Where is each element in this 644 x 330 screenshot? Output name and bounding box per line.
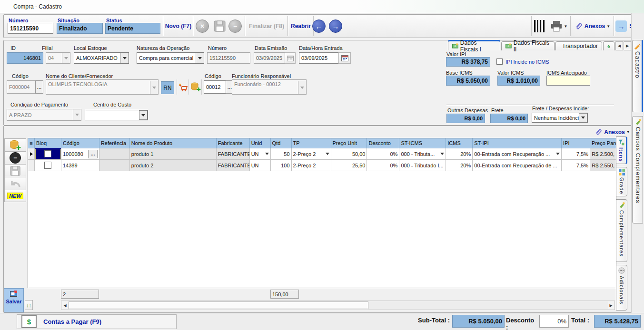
desconto-cell[interactable]: 0% [367,148,399,160]
icms-cell[interactable]: 20% [446,148,473,160]
col-st-icms[interactable]: ST-ICMS [399,138,446,148]
centro-custo-combo[interactable] [85,110,148,120]
ipi-cell[interactable]: 7,5% [562,160,590,171]
data-emissao-calendar-button[interactable] [285,52,296,64]
sort-rows-button[interactable]: ↓↑ [25,300,33,310]
bloq-cell[interactable] [35,160,61,171]
items-anexos-button[interactable]: Anexos ▼ [590,127,635,137]
st-ipi-cell[interactable]: 00-Entrada com Recuperação ... [473,148,562,160]
funcionario-codigo-field[interactable]: 00012 [204,80,226,94]
codigo-cell[interactable]: 1000080 … [61,148,99,160]
condicao-pagamento-combo[interactable]: A PRAZO [7,109,81,121]
print-button[interactable]: ▼ [548,17,569,36]
ipi-cell[interactable]: 7,5% [562,148,590,160]
codigo-cell[interactable]: 14389 [61,160,99,171]
codigo-lookup-button[interactable]: … [88,150,98,158]
items-anexos-caret[interactable]: ▼ [626,130,630,134]
col-st-ipi[interactable]: ST-IPI [473,138,562,148]
tab-grade[interactable]: Grade [616,167,627,196]
col-preco-unit[interactable]: Preço Unit [331,138,367,148]
nome-produto-cell[interactable]: produto 1 [130,148,217,160]
preco-unit-cell[interactable]: 50,00 [331,148,367,160]
preco-unit-cell[interactable]: 25,50 [331,160,367,171]
tab-dados-fiscais-1[interactable]: Dados Fiscais I [448,40,500,50]
fornecedor-lookup-button[interactable]: … [35,80,43,94]
novo-fornecedor-button[interactable] [189,79,202,95]
ipi-incide-checkbox[interactable] [496,58,503,65]
funcionario-combo[interactable]: Funcionário - 00012 [232,79,307,95]
icms-cell[interactable]: 20% [446,160,473,171]
rn-button[interactable]: RN [161,81,174,94]
next-record-button[interactable]: → [329,19,342,33]
tab-campos-complementares[interactable]: Campos Complementares [632,116,643,223]
salvar-button[interactable]: Salvar [4,288,24,312]
col-bloq[interactable]: Bloq [35,138,61,148]
grid-menu-icon[interactable]: ≡ [28,138,35,148]
tab-scroll-right-button[interactable]: ▶ [624,41,631,50]
data-emissao-field[interactable]: 03/09/2025 [254,52,285,64]
barcode-button[interactable] [533,17,547,36]
fornecedor-nome-combo[interactable]: OLIMPUS TECNOLOGIA [46,79,159,95]
novo-button[interactable]: Novo (F7) [164,16,192,37]
undo-item-button[interactable] [4,177,26,190]
desconto-cell[interactable]: 0% [367,160,399,171]
st-icms-cell[interactable]: 000 - Tributado I... [399,160,446,171]
chevron-down-icon[interactable] [120,53,129,63]
chevron-down-icon[interactable] [579,113,587,122]
tab-itens[interactable]: Itens [616,136,627,164]
remove-item-button[interactable]: − [4,151,26,165]
anexos-dropdown-caret[interactable]: ▼ [606,24,610,29]
col-icms[interactable]: ICMS [446,138,473,148]
tp-cell[interactable]: 2-Preço 2 [292,148,331,160]
chevron-down-icon[interactable] [62,53,70,63]
col-fabricante[interactable]: Fabricante [217,138,250,148]
col-ipi[interactable]: IPI [562,138,590,148]
col-codigo[interactable]: Código [61,138,99,148]
col-preco-parcial[interactable]: Preço Parcial [590,138,616,148]
filial-combo[interactable]: 04 [46,52,70,64]
st-icms-cell[interactable]: 000 - Tributa... [399,148,446,160]
cancel-icon[interactable]: × [196,19,209,33]
anexos-button[interactable]: Anexos ▼ [572,17,613,36]
new-item-button[interactable]: NEW [4,190,26,202]
st-ipi-cell[interactable]: 00-Entrada com Recuperação de ... [473,160,562,171]
tab-adicionais[interactable]: Adicionais [616,265,627,311]
unid-cell[interactable]: UN [250,160,271,171]
save-icon[interactable] [211,17,228,35]
previous-record-button[interactable]: ← [312,19,326,33]
data-entrada-calendar-button[interactable] [338,52,351,64]
contas-pagar-button[interactable]: $ Contas a Pagar (F9) [17,314,177,329]
remove-icon[interactable]: − [228,19,242,33]
chevron-down-icon[interactable] [556,153,560,155]
referencia-cell[interactable] [99,148,130,160]
tab-cadastro[interactable]: Cadastro [632,40,643,112]
qtd-cell[interactable]: 50 [271,148,292,160]
preco-parcial-cell[interactable]: R$ 2.500, [590,148,616,160]
col-referencia[interactable]: Referência [99,138,130,148]
nome-produto-cell[interactable]: produto 2 [130,160,217,171]
referencia-cell[interactable] [99,160,130,171]
bloq-cell-selected[interactable] [35,148,61,160]
reabrir-button[interactable]: Reabrir [289,16,313,37]
chevron-down-icon[interactable] [440,153,444,155]
scrollbar-thumb[interactable] [69,301,368,309]
chevron-down-icon[interactable] [139,110,148,120]
col-tp[interactable]: TP [292,138,331,148]
add-item-button[interactable] [4,138,26,152]
unid-cell[interactable]: UN [250,148,271,160]
tab-scroll-left-button[interactable]: ◀ [615,41,623,50]
data-entrada-field[interactable]: 03/09/2025 [299,52,339,64]
horizontal-scrollbar[interactable]: ◀ ▶ [61,301,615,310]
bloq-checkbox[interactable] [44,162,51,169]
fabricante-cell[interactable]: FABRICANTE... [217,160,250,171]
save-item-button[interactable] [4,164,26,177]
finalizar-button[interactable]: Finalizar (F8) [246,16,287,37]
icms-antecipado-input[interactable] [546,76,590,86]
chevron-down-icon[interactable] [196,53,204,63]
numero-doc-field[interactable]: 151215590 [207,52,250,64]
chevron-down-icon[interactable] [326,153,329,155]
fornecedor-codigo-field[interactable]: F000004 [7,80,36,94]
col-nome-produto[interactable]: Nome do Produto [130,138,217,148]
frete-incide-combo[interactable]: Nenhuma Incidênci [532,113,588,123]
chevron-down-icon[interactable] [265,153,269,155]
